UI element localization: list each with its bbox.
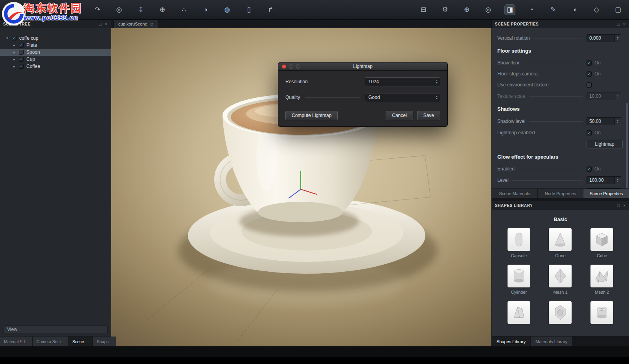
comments-panel-icon[interactable]: ◖ xyxy=(569,4,580,15)
tab-scene-properties[interactable]: Scene Properties xyxy=(583,189,629,198)
shape-thumbnail[interactable] xyxy=(508,301,530,324)
statistics-icon[interactable]: ◔ xyxy=(526,4,537,15)
shape-thumbnail[interactable] xyxy=(549,265,572,287)
shape-thumbnail[interactable] xyxy=(549,228,572,251)
spinner-arrows-icon[interactable]: ▲▼ xyxy=(614,35,621,42)
use-environment-texture-checkbox[interactable] xyxy=(587,82,592,88)
shape-thumbnail[interactable] xyxy=(590,301,613,324)
shape-item-cylinder[interactable]: Cylinder xyxy=(508,265,530,295)
geometry-panel-icon[interactable]: ◇ xyxy=(591,4,602,15)
shape-thumbnail[interactable] xyxy=(590,265,613,287)
tab-scene-materials[interactable]: Scene Materials xyxy=(492,189,537,198)
spinner-arrows-icon[interactable]: ▲▼ xyxy=(614,93,621,100)
shape-thumbnail[interactable] xyxy=(549,301,572,324)
show-floor-checkbox[interactable]: ✓ xyxy=(587,60,592,66)
shapes-library-panel-icon[interactable]: ◨ xyxy=(504,4,515,15)
undock-icon[interactable]: □ xyxy=(99,22,102,26)
import-icon[interactable]: ↧ xyxy=(135,4,146,15)
tree-row-plate[interactable]: ▸✓Plate xyxy=(0,42,111,49)
export-icon[interactable]: ↱ xyxy=(265,4,276,15)
shape-thumbnail[interactable] xyxy=(508,265,530,287)
step-down-icon[interactable]: ▼ xyxy=(617,121,619,124)
scrollbar-thumb[interactable] xyxy=(626,103,628,188)
step-down-icon[interactable]: ▼ xyxy=(617,38,619,40)
close-window-icon[interactable] xyxy=(282,64,286,69)
tab-materials-library[interactable]: Materials Library xyxy=(531,337,572,346)
shape-thumbnail[interactable] xyxy=(590,228,613,251)
group-objects-icon[interactable]: ∴ xyxy=(178,4,189,15)
view-button[interactable]: View xyxy=(3,326,108,333)
scene-document-tab[interactable]: cup.koruScene xyxy=(114,20,158,28)
shape-thumbnail[interactable] xyxy=(508,228,530,251)
shape-item-mesh-1[interactable]: Mesh 1 xyxy=(549,265,572,295)
tab-shapes-library[interactable]: Shapes Library xyxy=(492,337,530,346)
tab-material-ed[interactable]: Material Ed... xyxy=(0,337,32,346)
tree-row-cup[interactable]: ▸✓Cup xyxy=(0,56,111,63)
upright-object-icon[interactable]: ▯ xyxy=(243,4,254,15)
step-down-icon[interactable]: ▼ xyxy=(617,96,619,99)
resolution-select[interactable]: 1024▲▼ xyxy=(365,77,440,86)
close-icon[interactable]: × xyxy=(623,203,626,208)
lightmap-button[interactable]: Lightmap xyxy=(587,140,623,148)
shape-item-polyhedron[interactable] xyxy=(549,301,572,332)
shape-item-mesh3[interactable] xyxy=(508,301,530,332)
disclosure-right-icon[interactable]: ▸ xyxy=(13,64,18,68)
shape-item-tube[interactable] xyxy=(590,301,613,332)
spinner-arrows-icon[interactable]: ▲▼ xyxy=(614,118,621,125)
visibility-checkbox[interactable]: ✓ xyxy=(19,57,24,62)
tab-scene[interactable]: Scene ... xyxy=(68,337,92,346)
disclosure-down-icon[interactable]: ▾ xyxy=(6,36,11,40)
fit-view-icon[interactable]: ◎ xyxy=(114,4,125,15)
undock-icon[interactable]: □ xyxy=(617,203,620,208)
minimize-window-icon[interactable] xyxy=(289,64,293,69)
step-down-icon[interactable]: ▼ xyxy=(436,82,438,84)
shape-item-mesh-2[interactable]: Mesh 2 xyxy=(590,265,613,295)
redo-icon[interactable]: ↷ xyxy=(92,4,103,15)
save-button[interactable]: Save xyxy=(417,111,440,120)
visibility-checkbox[interactable]: ✓ xyxy=(19,43,24,48)
select-arrows-icon[interactable]: ▲▼ xyxy=(434,95,440,100)
disclosure-right-icon[interactable]: ▸ xyxy=(13,43,18,47)
cancel-button[interactable]: Cancel xyxy=(386,111,413,120)
level-spinner[interactable]: 100.00▲▼ xyxy=(587,176,621,184)
tree-row-coffee[interactable]: ▸✓Coffee xyxy=(0,63,111,70)
environment-sphere-icon[interactable]: ◍ xyxy=(222,4,233,15)
spinner-arrows-icon[interactable]: ▲▼ xyxy=(614,177,621,184)
snap-origin-icon[interactable]: ⊕ xyxy=(157,4,168,15)
contrast-icon[interactable]: ◑ xyxy=(200,4,211,15)
settings-icon[interactable]: ⚙ xyxy=(440,4,451,15)
shape-item-capsule[interactable]: Capsule xyxy=(508,228,530,259)
material-editor-icon[interactable]: ✎ xyxy=(548,4,559,15)
visibility-checkbox[interactable]: ✓ xyxy=(12,36,17,40)
quality-select[interactable]: Good▲▼ xyxy=(365,93,440,102)
scene-tree-panel-icon[interactable]: ⊟ xyxy=(418,4,429,15)
shape-item-cone[interactable]: Cone xyxy=(549,228,572,259)
dialog-titlebar[interactable]: Lightmap xyxy=(278,62,447,71)
tree-row-spoon[interactable]: ▸Spoon xyxy=(0,49,111,56)
vertical-rotation-spinner[interactable]: 0.000▲▼ xyxy=(587,34,621,42)
visibility-checkbox[interactable] xyxy=(19,50,24,55)
texture-scale-spinner[interactable]: 10.00▲▼ xyxy=(587,92,621,100)
disclosure-right-icon[interactable]: ▸ xyxy=(13,57,18,61)
tab-camera-setti[interactable]: Camera Setti... xyxy=(33,337,68,346)
tree-row-root[interactable]: ▾✓coffe cup xyxy=(0,35,111,42)
close-icon[interactable]: × xyxy=(623,22,626,26)
tab-snaps[interactable]: Snaps... xyxy=(93,337,116,346)
floor-stops-camera-checkbox[interactable]: ✓ xyxy=(587,71,592,77)
threshold-spinner[interactable]: 100.00▲▼ xyxy=(587,188,621,188)
enabled-checkbox[interactable]: ✓ xyxy=(587,166,592,172)
shape-item-cube[interactable]: Cube xyxy=(590,228,613,259)
tab-modified-icon[interactable] xyxy=(151,23,153,26)
step-down-icon[interactable]: ▼ xyxy=(617,180,619,183)
visibility-checkbox[interactable]: ✓ xyxy=(19,64,24,69)
lightmap-enabled-checkbox[interactable]: ✓ xyxy=(587,130,592,135)
close-icon[interactable]: × xyxy=(105,22,108,26)
undock-icon[interactable]: □ xyxy=(617,22,620,26)
library-panel-icon[interactable]: ▢ xyxy=(612,4,623,15)
disclosure-right-icon[interactable]: ▸ xyxy=(13,50,18,54)
camera-panel-icon[interactable]: ◎ xyxy=(483,4,494,15)
step-down-icon[interactable]: ▼ xyxy=(436,97,438,100)
tab-node-properties[interactable]: Node Properties xyxy=(538,189,583,198)
environment-panel-icon[interactable]: ⊕ xyxy=(461,4,472,15)
compute-lightmap-button[interactable]: Compute Lightmap xyxy=(285,111,338,120)
